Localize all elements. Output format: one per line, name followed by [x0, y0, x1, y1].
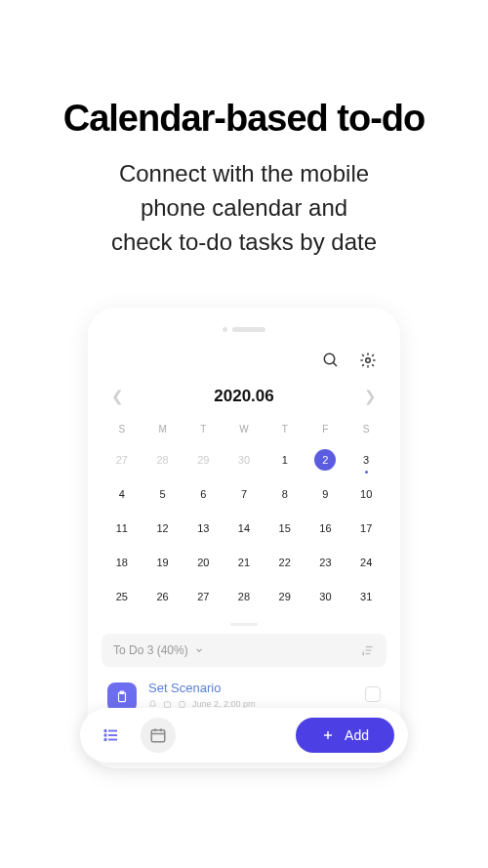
calendar-day[interactable]: 5	[142, 476, 183, 511]
hero-sub-line: phone calendar and	[39, 191, 449, 226]
calendar-day[interactable]: 27	[102, 442, 142, 476]
calendar-view-button[interactable]	[141, 718, 176, 753]
gear-icon[interactable]	[357, 350, 379, 371]
calendar-day[interactable]: 27	[183, 579, 224, 613]
calendar-day[interactable]: 9	[305, 476, 346, 511]
svg-point-0	[324, 354, 335, 365]
svg-rect-8	[165, 702, 171, 708]
calendar-day[interactable]: 30	[305, 579, 346, 613]
phone-frame: ❮ 2020.06 ❯ SMTWTFS 27282930123456789101…	[88, 308, 400, 768]
calendar-dow: F	[305, 420, 346, 442]
calendar-dow: T	[183, 420, 224, 442]
todo-summary-label: To Do 3 (40%)	[113, 643, 188, 657]
svg-rect-9	[180, 701, 184, 707]
add-button-label: Add	[345, 727, 369, 743]
svg-rect-21	[151, 730, 165, 742]
calendar-day[interactable]: 15	[264, 511, 305, 545]
task-title: Set Scenario	[148, 681, 353, 695]
calendar-day[interactable]: 3	[346, 442, 386, 476]
calendar-day[interactable]: 29	[264, 579, 305, 613]
chevron-down-icon	[194, 645, 204, 655]
calendar-day[interactable]: 28	[142, 442, 183, 476]
calendar-title: 2020.06	[214, 387, 273, 406]
calendar-day[interactable]: 11	[102, 511, 142, 545]
top-bar	[102, 350, 386, 383]
calendar-dow: T	[264, 420, 305, 442]
calendar-day[interactable]: 28	[224, 579, 264, 613]
search-icon[interactable]	[320, 350, 342, 371]
calendar-day[interactable]: 2	[305, 442, 346, 476]
calendar-header: ❮ 2020.06 ❯	[102, 383, 386, 420]
calendar-day[interactable]: 31	[346, 579, 386, 613]
calendar-day[interactable]: 13	[183, 511, 224, 545]
calendar-day[interactable]: 21	[224, 545, 264, 579]
hero-title: Calendar-based to-do	[39, 98, 449, 140]
list-view-button[interactable]	[94, 718, 129, 753]
calendar-dow: S	[102, 420, 142, 442]
hero-sub-line: check to-do tasks by date	[39, 226, 449, 260]
phone-notch	[102, 327, 386, 332]
plus-icon	[321, 728, 335, 742]
calendar-day[interactable]: 20	[183, 545, 224, 579]
calendar-day[interactable]: 4	[102, 476, 142, 511]
svg-line-1	[333, 363, 337, 367]
calendar-day[interactable]: 22	[264, 545, 305, 579]
svg-point-2	[366, 358, 371, 363]
calendar-day[interactable]: 25	[102, 579, 142, 613]
task-checkbox[interactable]	[365, 686, 381, 702]
todo-summary-bar[interactable]: To Do 3 (40%)	[102, 634, 386, 667]
calendar-day[interactable]: 10	[346, 476, 386, 511]
sort-icon[interactable]	[361, 643, 375, 657]
task-row[interactable]: Set ScenarioJune 2, 2:00 pm	[102, 667, 386, 712]
calendar-day[interactable]: 12	[142, 511, 183, 545]
calendar-day[interactable]: 24	[346, 545, 386, 579]
add-button[interactable]: Add	[296, 718, 394, 753]
calendar-day[interactable]: 16	[305, 511, 346, 545]
svg-point-19	[104, 735, 106, 737]
calendar-day[interactable]: 19	[142, 545, 183, 579]
hero-sub-line: Connect with the mobile	[39, 157, 449, 191]
bottom-nav: Add	[80, 708, 408, 763]
hero-subtitle: Connect with the mobile phone calendar a…	[39, 157, 449, 259]
calendar-day[interactable]: 1	[264, 442, 305, 476]
drag-handle[interactable]	[230, 623, 258, 626]
calendar-day[interactable]: 18	[102, 545, 142, 579]
calendar-dow: W	[224, 420, 264, 442]
calendar-day[interactable]: 6	[183, 476, 224, 511]
calendar-day[interactable]: 30	[224, 442, 264, 476]
next-month-button[interactable]: ❯	[358, 388, 383, 405]
prev-month-button[interactable]: ❮	[105, 388, 130, 405]
calendar-day[interactable]: 29	[183, 442, 224, 476]
calendar-day[interactable]: 17	[346, 511, 386, 545]
calendar-day[interactable]: 23	[305, 545, 346, 579]
calendar-day[interactable]: 7	[224, 476, 264, 511]
calendar-day[interactable]: 14	[224, 511, 264, 545]
calendar-dow: M	[142, 420, 183, 442]
svg-point-18	[104, 730, 106, 732]
calendar-dow: S	[346, 420, 386, 442]
calendar-day[interactable]: 26	[142, 579, 183, 613]
calendar-day[interactable]: 8	[264, 476, 305, 511]
svg-point-20	[104, 739, 106, 741]
